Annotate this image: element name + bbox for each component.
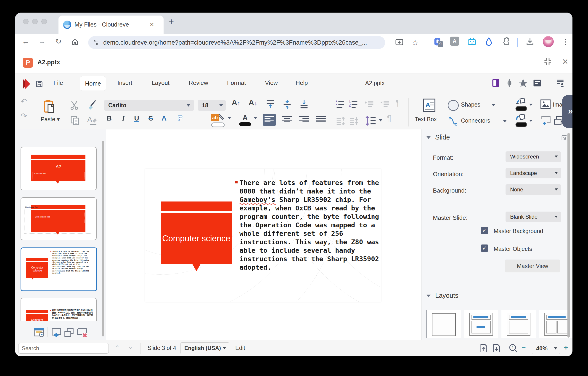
- decrease-indent-icon[interactable]: [364, 99, 375, 110]
- align-left-button[interactable]: [263, 114, 276, 126]
- master-slide-select[interactable]: Blank Slide: [505, 211, 561, 222]
- current-slide[interactable]: Computer science There are lots of featu…: [145, 169, 381, 302]
- increase-indent-icon[interactable]: [380, 99, 390, 110]
- text-effects-button[interactable]: F: [175, 114, 185, 122]
- menu-insert[interactable]: Insert: [117, 79, 132, 87]
- layout-blank-selected[interactable]: [427, 310, 461, 338]
- close-viewer-icon[interactable]: ×: [560, 56, 571, 67]
- a-extension-icon[interactable]: A: [450, 37, 460, 47]
- bilibili-extension-icon[interactable]: [467, 37, 477, 47]
- increase-font-icon[interactable]: A↑: [232, 98, 240, 107]
- slide-thumbnail-4[interactable]: Computer 8080 芯片的很多功能都没有加入 Gameboy 的夏普 L…: [21, 298, 97, 321]
- master-background-checkbox[interactable]: ✓: [481, 227, 488, 234]
- insert-placeholder-icon[interactable]: [540, 115, 551, 126]
- thumbnails-scrollbar[interactable]: [102, 141, 104, 336]
- fit-width-icon[interactable]: [492, 343, 502, 353]
- paste-button[interactable]: Paste ▾: [41, 116, 60, 122]
- zoom-select[interactable]: 40%: [532, 343, 560, 354]
- tab-close-icon[interactable]: ×: [150, 21, 154, 28]
- slide-title-shape[interactable]: Computer science: [161, 213, 232, 264]
- reload-icon[interactable]: ↻: [53, 37, 64, 46]
- text-box-icon[interactable]: A: [423, 98, 436, 113]
- italic-button[interactable]: I: [118, 114, 128, 122]
- search-input[interactable]: [18, 343, 109, 354]
- dark-mode-icon[interactable]: [491, 78, 502, 89]
- minimize-window-button[interactable]: [32, 19, 38, 24]
- font-name-select[interactable]: Carlito: [104, 100, 194, 111]
- connectors-button[interactable]: Connectors: [461, 117, 490, 124]
- justify-button[interactable]: [316, 116, 326, 124]
- align-right-button[interactable]: [299, 116, 309, 124]
- shapes-button[interactable]: Shapes: [461, 101, 480, 108]
- drop-extension-icon[interactable]: [484, 37, 494, 47]
- zoom-window-button[interactable]: [41, 19, 47, 24]
- bullets-icon[interactable]: [335, 99, 345, 110]
- clear-style-icon[interactable]: A: [86, 115, 97, 126]
- browser-tab[interactable]: My Files - Cloudreve ×: [58, 16, 164, 34]
- slide-thumbnail-3-selected[interactable]: Computer science There are lots of featu…: [21, 247, 97, 291]
- layout-title-body[interactable]: [501, 310, 536, 338]
- master-objects-checkbox[interactable]: ✓: [481, 244, 488, 252]
- zoom-100-icon[interactable]: 1: [508, 343, 518, 353]
- undo-icon[interactable]: ↶: [21, 97, 27, 106]
- address-bar[interactable]: demo.cloudreve.org/home?path=cloudreve%3…: [88, 36, 385, 49]
- fill-color-caret-icon[interactable]: [529, 120, 533, 122]
- install-app-icon[interactable]: [395, 38, 404, 47]
- format-select[interactable]: Widescreen: [505, 151, 561, 162]
- layout-title-content[interactable]: [464, 310, 498, 338]
- cut-icon[interactable]: [69, 100, 80, 111]
- font-color-button[interactable]: A: [239, 114, 252, 126]
- align-middle-icon[interactable]: [282, 99, 292, 110]
- profile-avatar[interactable]: [543, 36, 554, 47]
- align-top-icon[interactable]: [265, 99, 275, 110]
- find-previous-icon[interactable]: ⌃: [115, 344, 120, 351]
- font-size-select[interactable]: 18: [198, 100, 226, 111]
- shapes-icon[interactable]: [448, 100, 459, 111]
- master-view-button[interactable]: Master View: [505, 260, 560, 272]
- start-slideshow-icon[interactable]: [33, 328, 45, 337]
- connectors-caret-icon[interactable]: [503, 120, 507, 122]
- font-color-caret-icon[interactable]: [253, 117, 257, 119]
- move-down-icon[interactable]: [349, 116, 359, 126]
- copy-icon[interactable]: [69, 115, 80, 126]
- menu-help[interactable]: Help: [296, 79, 308, 87]
- highlight-color-button[interactable]: ab: [211, 114, 225, 127]
- feedback-user-icon[interactable]: [555, 78, 566, 89]
- card-panel-icon[interactable]: [532, 78, 543, 89]
- shapes-caret-icon[interactable]: [492, 104, 495, 106]
- shape-settings-icon[interactable]: [504, 78, 515, 89]
- slide-thumbnail-2[interactable]: Click to add Text Click to add Title: [21, 197, 97, 240]
- new-tab-button[interactable]: +: [168, 17, 174, 27]
- format-painter-icon[interactable]: [86, 100, 97, 111]
- delete-slide-icon[interactable]: [77, 328, 87, 338]
- home-icon[interactable]: [69, 37, 80, 47]
- text-box-button[interactable]: Text Box: [415, 116, 437, 122]
- numbering-icon[interactable]: 12: [348, 99, 359, 110]
- site-settings-icon[interactable]: [92, 39, 99, 46]
- bold-button[interactable]: B: [104, 114, 114, 122]
- slide-top-bar[interactable]: [161, 201, 232, 211]
- line-spacing-icon[interactable]: [365, 115, 377, 126]
- redo-icon[interactable]: ↷: [21, 111, 27, 121]
- menu-format[interactable]: Format: [227, 79, 246, 87]
- zoom-out-icon[interactable]: −: [522, 344, 526, 352]
- language-button[interactable]: English (USA): [180, 342, 229, 354]
- strikethrough-button[interactable]: S: [146, 114, 156, 122]
- zoom-in-icon[interactable]: +: [564, 343, 568, 352]
- forward-icon[interactable]: →: [37, 37, 48, 45]
- duplicate-slide-icon[interactable]: [64, 328, 74, 338]
- password-extension-icon[interactable]: 9: [433, 37, 443, 47]
- bookmark-star-icon[interactable]: ☆: [412, 38, 419, 47]
- paste-icon[interactable]: [42, 100, 56, 114]
- orientation-select[interactable]: Landscape: [505, 168, 561, 178]
- background-select[interactable]: None: [505, 184, 561, 195]
- save-icon[interactable]: [35, 80, 43, 88]
- menu-layout[interactable]: Layout: [152, 79, 169, 87]
- paragraph-settings-icon[interactable]: ¶: [387, 114, 391, 123]
- extensions-puzzle-icon[interactable]: [501, 37, 511, 47]
- align-center-button[interactable]: [282, 116, 292, 124]
- outline-color-icon[interactable]: [514, 98, 527, 111]
- move-up-icon[interactable]: [336, 116, 346, 126]
- menu-view[interactable]: View: [265, 79, 278, 87]
- align-bottom-icon[interactable]: [299, 99, 309, 110]
